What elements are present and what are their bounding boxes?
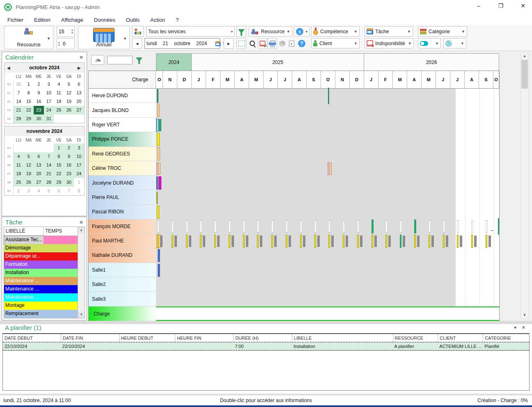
task-label[interactable]: Formation <box>4 261 44 269</box>
schedule-bar[interactable] <box>217 236 220 247</box>
calendar-day[interactable]: 31 <box>44 114 54 123</box>
schedule-bar[interactable] <box>158 249 160 262</box>
task-temps-cell[interactable] <box>44 310 78 318</box>
calendar-day[interactable]: 23 <box>34 106 44 114</box>
client-combo[interactable]: Client ▼ <box>311 38 360 48</box>
task-label[interactable]: Remplacement <box>4 310 44 318</box>
month-header-cell[interactable]: A <box>407 71 422 89</box>
schedule-bar[interactable] <box>317 236 320 247</box>
close-icon[interactable]: ✕ <box>522 325 525 330</box>
schedule-bar[interactable] <box>229 220 231 233</box>
schedule-bar[interactable] <box>257 235 259 248</box>
task-label[interactable]: Maintenance ... <box>4 277 44 285</box>
calendar-day[interactable]: 3 <box>74 144 84 152</box>
calendar-day[interactable]: 2 <box>14 187 24 195</box>
calendar-day[interactable]: 2 <box>64 144 74 152</box>
task-row[interactable]: Maintenance ... <box>4 285 85 293</box>
schedule-bar[interactable] <box>157 220 159 233</box>
month-header-cell[interactable]: O <box>156 71 163 89</box>
calendar-day[interactable]: 30 <box>34 114 44 123</box>
month-header-cell[interactable]: J <box>364 71 378 89</box>
calendar-day[interactable]: 5 <box>44 187 54 195</box>
resource-row-label[interactable]: Paul MARTHE <box>89 234 156 248</box>
minimize-button[interactable]: – <box>474 2 484 9</box>
resource-row-label[interactable]: Jocelyne DURAND <box>89 176 156 190</box>
schedule-bar[interactable] <box>431 236 434 247</box>
calendar-day[interactable]: 19 <box>24 169 34 178</box>
resource-row-label[interactable]: Pierre PAUL <box>89 190 156 205</box>
calendar-day[interactable]: 3 <box>44 80 54 89</box>
schedule-bar[interactable] <box>371 220 374 233</box>
calendar-day[interactable]: 24 <box>44 106 54 114</box>
month-header-cell[interactable]: O <box>493 71 499 89</box>
task-label[interactable]: Installation <box>4 269 44 277</box>
next-month-icon[interactable]: ▶ <box>78 66 82 70</box>
scroll-up-icon[interactable]: ▲ <box>78 227 85 233</box>
schedule-bar[interactable] <box>314 235 316 248</box>
schedule-bar[interactable] <box>158 264 160 277</box>
calendar-day[interactable]: 12 <box>24 161 34 169</box>
calendar-day[interactable]: 7 <box>44 152 54 161</box>
calendar-day[interactable]: 15 <box>54 161 64 169</box>
calendar-day[interactable]: 11 <box>54 89 64 97</box>
calendar-day[interactable]: 18 <box>54 97 64 106</box>
menu-edition[interactable]: Edition <box>34 17 50 23</box>
plusminus-combo[interactable]: ± ▾ <box>294 26 310 37</box>
stepper-arrows-icon[interactable]: ▲▼ <box>57 41 61 47</box>
menu-action[interactable]: Action <box>150 17 165 23</box>
calendar-check-button[interactable] <box>258 38 267 49</box>
schedule-bar[interactable] <box>271 235 273 248</box>
calendar-day[interactable]: 22 <box>54 169 64 178</box>
close-button[interactable]: ✕ <box>518 2 528 9</box>
schedule-bar[interactable] <box>156 119 158 132</box>
calendar-day[interactable]: 24 <box>74 169 84 178</box>
resource-search-input[interactable] <box>107 56 133 64</box>
toggle-combo[interactable]: ▼ <box>418 38 441 48</box>
calendar-day[interactable]: 8 <box>54 152 64 161</box>
schedule-bar[interactable] <box>174 236 177 247</box>
planner-vscrollbar[interactable]: ▲ ▼ <box>521 52 529 319</box>
categorie-combo[interactable]: Catégorie ▼ <box>418 26 467 37</box>
schedule-bar[interactable] <box>172 220 174 233</box>
schedule-bar[interactable] <box>488 236 491 247</box>
calendar-day[interactable]: 21 <box>44 169 54 178</box>
month-header-cell[interactable]: D <box>350 71 364 89</box>
task-col-libelle[interactable]: LIBELLÉ <box>4 227 44 236</box>
month-header-cell[interactable]: N <box>163 71 177 89</box>
schedule-bar[interactable] <box>157 235 159 248</box>
schedule-bar[interactable] <box>328 162 329 175</box>
task-scrollbar[interactable]: ▲ ▼ <box>78 227 85 318</box>
next-date-button[interactable]: ▸ <box>224 38 234 49</box>
schedule-bar[interactable] <box>357 220 359 233</box>
planned-task-row[interactable]: 22/10/202422/10/20247:00InstallationA pl… <box>3 343 529 351</box>
calendar-day[interactable]: 4 <box>14 152 24 161</box>
menu-?[interactable]: ? <box>176 17 179 23</box>
schedule-bar[interactable] <box>414 235 416 248</box>
calendar-day[interactable]: 21 <box>14 106 24 114</box>
calendar-day[interactable]: 17 <box>44 97 54 106</box>
schedule-bar[interactable] <box>186 220 188 233</box>
close-icon[interactable]: ✕ <box>79 220 83 225</box>
calendar-day[interactable]: 27 <box>34 178 44 187</box>
schedule-bar[interactable] <box>417 236 420 247</box>
schedule-bar[interactable] <box>443 235 445 248</box>
calendar-day[interactable]: 27 <box>74 106 84 114</box>
tache-combo[interactable]: Tâche ▼ <box>365 26 413 37</box>
schedule-bar[interactable] <box>385 235 387 248</box>
month-header-cell[interactable]: F <box>206 71 220 89</box>
scroll-down-icon[interactable]: ▼ <box>521 312 528 319</box>
schedule-bar[interactable] <box>172 235 173 248</box>
schedule-bar[interactable] <box>414 220 416 233</box>
resource-row-label[interactable]: Salle2 <box>89 277 156 292</box>
planned-col-header[interactable]: HEURE FIN <box>175 334 233 342</box>
calendar-day[interactable]: 28 <box>14 114 24 123</box>
calendar-day[interactable]: 1 <box>74 178 84 187</box>
sort-button[interactable]: ↓≡▾ <box>91 55 104 65</box>
schedule-bar[interactable] <box>232 236 234 247</box>
schedule-bar[interactable] <box>486 220 488 233</box>
schedule-bar[interactable] <box>156 192 158 204</box>
calendar-day[interactable]: 13 <box>34 161 44 169</box>
org-chart-button[interactable] <box>132 26 144 37</box>
planned-col-header[interactable]: DURÉE (H) <box>233 334 292 342</box>
calendar-day[interactable]: 16 <box>34 97 44 106</box>
